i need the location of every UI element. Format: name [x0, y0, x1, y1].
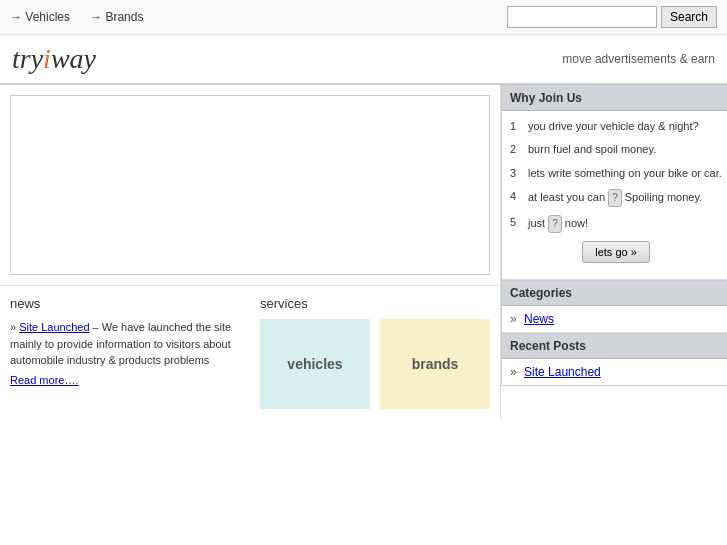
main-content: news » Site Launched – We have launched … — [0, 85, 727, 419]
inline-btn-4[interactable]: ? — [608, 189, 622, 207]
services-title: services — [260, 296, 490, 311]
recent-post-link[interactable]: Site Launched — [524, 365, 601, 379]
search-input[interactable] — [507, 6, 657, 28]
read-more-link[interactable]: Read more…. — [10, 374, 78, 386]
tagline: move advertisements & earn — [562, 52, 715, 66]
recent-posts-section: Recent Posts » Site Launched — [501, 334, 727, 386]
header: tryiway move advertisements & earn — [0, 35, 727, 85]
news-link[interactable]: Site Launched — [19, 321, 89, 333]
why-join-us-section: Why Join Us 1 you drive your vehicle day… — [501, 85, 727, 281]
categories-title: Categories — [502, 281, 727, 306]
why-join-content: 1 you drive your vehicle day & night? 2 … — [502, 111, 727, 280]
category-news-link[interactable]: News — [524, 312, 554, 326]
brands-box[interactable]: brands — [380, 319, 490, 409]
top-nav-bar: Vehicles Brands Search — [0, 0, 727, 35]
services-section: services vehicles brands — [260, 296, 490, 409]
news-item: » Site Launched – We have launched the s… — [10, 319, 240, 369]
lets-go-button[interactable]: lets go » — [582, 241, 650, 263]
sidebar: Why Join Us 1 you drive your vehicle day… — [501, 85, 727, 419]
recent-arrow: » — [510, 365, 517, 379]
why-item-3: 3 lets write something on your bike or c… — [510, 166, 722, 181]
cat-arrow: » — [510, 312, 517, 326]
nav-links: Vehicles Brands — [10, 10, 143, 24]
why-item-2: 2 burn fuel and spoil money. — [510, 142, 722, 157]
recent-posts-content: » Site Launched — [502, 359, 727, 385]
search-bar: Search — [507, 6, 717, 28]
nav-vehicles-link[interactable]: Vehicles — [10, 10, 70, 24]
why-item-5: 5 just ? now! — [510, 215, 722, 233]
content-left: news » Site Launched – We have launched … — [0, 85, 501, 419]
image-area — [10, 95, 490, 275]
logo-text: try — [12, 43, 43, 74]
why-item-4: 4 at least you can ? Spoiling money. — [510, 189, 722, 207]
categories-content: » News — [502, 306, 727, 333]
bottom-left: news » Site Launched – We have launched … — [0, 285, 500, 419]
logo: tryiway — [12, 43, 96, 75]
categories-section: Categories » News — [501, 281, 727, 334]
services-boxes: vehicles brands — [260, 319, 490, 409]
why-item-1: 1 you drive your vehicle day & night? — [510, 119, 722, 134]
news-title: news — [10, 296, 240, 311]
nav-brands-link[interactable]: Brands — [90, 10, 143, 24]
search-button[interactable]: Search — [661, 6, 717, 28]
vehicles-box[interactable]: vehicles — [260, 319, 370, 409]
why-join-title: Why Join Us — [502, 86, 727, 111]
recent-posts-title: Recent Posts — [502, 334, 727, 359]
inline-btn-5[interactable]: ? — [548, 215, 562, 233]
news-section: news » Site Launched – We have launched … — [10, 296, 240, 409]
